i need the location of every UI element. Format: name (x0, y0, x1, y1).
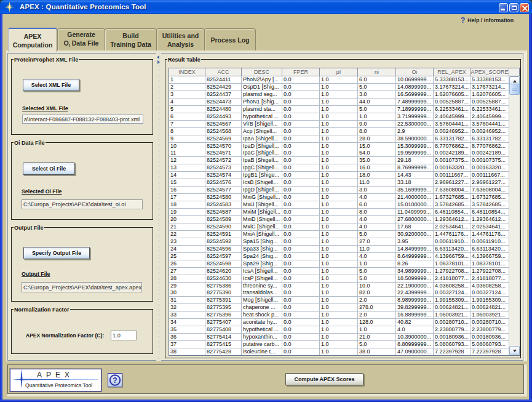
svg-text:?: ? (113, 376, 117, 385)
